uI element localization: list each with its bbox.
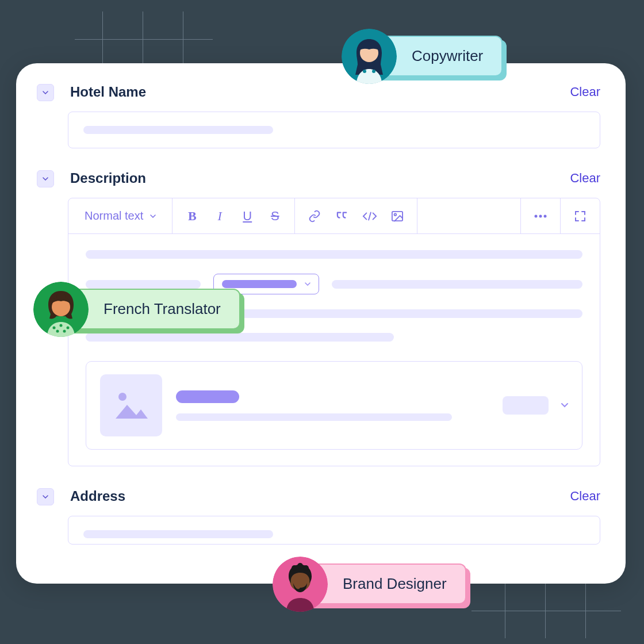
avatar: [273, 557, 328, 612]
link-icon: [308, 210, 321, 223]
clear-button[interactable]: Clear: [570, 489, 600, 504]
svg-point-13: [53, 326, 56, 329]
fullscreen-button[interactable]: [566, 202, 594, 230]
text-line: [86, 280, 201, 289]
svg-point-20: [292, 565, 297, 571]
quote-button[interactable]: [328, 202, 356, 230]
field-label: Hotel Name: [70, 84, 146, 100]
address-input[interactable]: [68, 516, 600, 545]
dropdown-value: [222, 280, 297, 288]
svg-point-1: [394, 213, 397, 216]
grid-line: [183, 12, 183, 69]
avatar: [342, 29, 397, 84]
svg-point-5: [118, 393, 126, 401]
hotel-name-input[interactable]: [68, 112, 600, 148]
grid-line: [75, 39, 213, 40]
text-line: [86, 250, 582, 259]
media-thumbnail: [100, 374, 162, 436]
chevron-down-icon[interactable]: [561, 403, 568, 408]
grid-line: [102, 12, 103, 69]
code-button[interactable]: [356, 202, 384, 230]
expand-icon: [574, 210, 586, 222]
grid-line: [545, 581, 546, 638]
chevron-down-icon: [305, 282, 310, 286]
media-attachment: [86, 361, 582, 450]
clear-button[interactable]: Clear: [570, 85, 600, 99]
media-description: [176, 413, 452, 421]
more-icon: [534, 214, 547, 218]
field-label: Address: [70, 488, 125, 504]
field-address: Address Clear: [41, 487, 600, 545]
link-button[interactable]: [301, 202, 328, 230]
collaborator-french-translator: French Translator: [53, 289, 240, 329]
grid-line: [471, 611, 621, 611]
grid-line: [585, 581, 586, 638]
media-action-button[interactable]: [503, 396, 549, 415]
chevron-down-icon: [150, 214, 156, 218]
collapse-toggle[interactable]: [37, 84, 54, 101]
strikethrough-button[interactable]: S: [261, 202, 289, 230]
collaborator-brand-designer: Brand Designer: [292, 564, 466, 604]
collapse-toggle[interactable]: [37, 170, 54, 187]
text-line: [332, 280, 582, 289]
code-icon: [362, 211, 377, 221]
svg-point-22: [303, 565, 309, 571]
svg-point-17: [63, 329, 66, 332]
grid-line: [143, 12, 143, 69]
svg-point-3: [539, 214, 542, 217]
more-button[interactable]: [527, 202, 554, 230]
collapse-toggle[interactable]: [37, 488, 54, 505]
quote-icon: [336, 211, 348, 221]
clear-button[interactable]: Clear: [570, 171, 600, 186]
field-hotel-name: Hotel Name Clear: [41, 83, 600, 148]
svg-point-2: [535, 214, 538, 217]
image-placeholder-icon: [113, 390, 149, 421]
italic-button[interactable]: I: [206, 202, 233, 230]
svg-point-21: [297, 563, 303, 569]
underline-button[interactable]: U: [233, 202, 261, 230]
placeholder-text: [83, 530, 273, 538]
text-style-label: Normal text: [85, 209, 143, 223]
text-line: [86, 333, 394, 342]
bold-button[interactable]: B: [178, 202, 206, 230]
svg-point-16: [56, 329, 59, 332]
media-title: [176, 390, 239, 403]
svg-point-14: [60, 324, 63, 327]
svg-point-4: [544, 214, 547, 217]
avatar: [33, 282, 89, 337]
collaborator-copywriter: Copywriter: [361, 36, 503, 76]
image-icon: [391, 210, 404, 222]
editor-toolbar: Normal text B I U S: [68, 198, 600, 234]
svg-point-9: [372, 70, 375, 73]
grid-line: [505, 581, 505, 638]
text-style-dropdown[interactable]: Normal text: [74, 209, 166, 223]
placeholder-text: [83, 126, 273, 134]
editor-content[interactable]: [68, 234, 600, 466]
field-label: Description: [70, 170, 146, 186]
svg-point-8: [363, 70, 366, 73]
svg-point-15: [67, 326, 70, 329]
image-button[interactable]: [384, 202, 411, 230]
